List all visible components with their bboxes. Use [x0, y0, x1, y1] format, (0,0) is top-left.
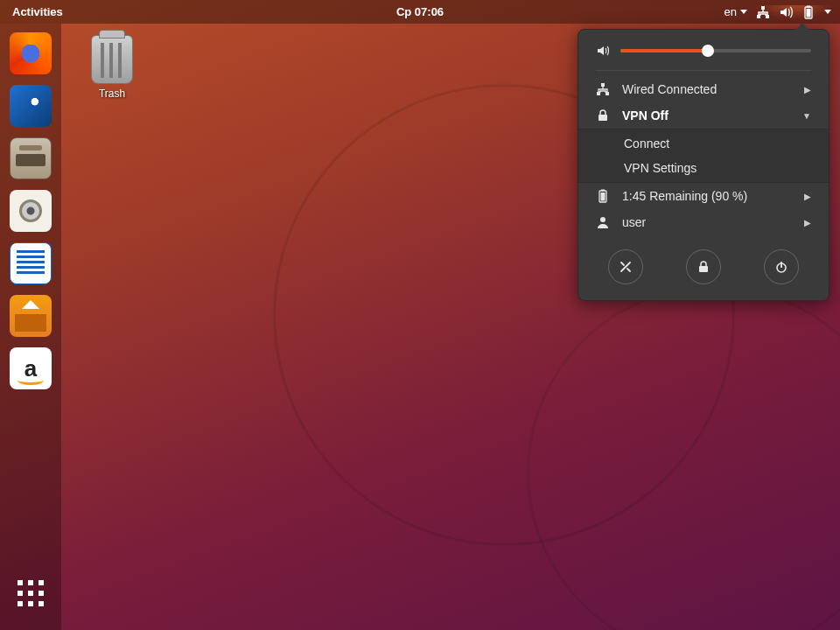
user-icon [596, 215, 610, 229]
chevron-right-icon: ▶ [804, 85, 811, 94]
svg-rect-0 [761, 6, 765, 10]
settings-button[interactable] [608, 249, 643, 284]
lock-icon [596, 108, 610, 122]
menu-item-label: 1:45 Remaining (90 %) [622, 189, 792, 203]
lock-icon [696, 260, 710, 274]
dock-app-amazon[interactable]: a [10, 347, 52, 389]
system-status-area[interactable] [756, 5, 833, 19]
chevron-right-icon: ▶ [804, 192, 811, 201]
keyboard-layout-indicator[interactable]: en [724, 5, 747, 18]
power-icon [774, 260, 788, 274]
chevron-right-icon: ▶ [804, 218, 811, 228]
power-button[interactable] [764, 249, 799, 284]
volume-row [578, 30, 829, 66]
svg-point-13 [600, 217, 606, 222]
dock-app-files[interactable] [10, 137, 52, 179]
svg-rect-6 [601, 83, 605, 87]
show-applications-button[interactable] [10, 572, 52, 614]
network-wired-icon [596, 82, 610, 96]
menu-item-vpn-connect[interactable]: Connect [578, 131, 829, 156]
battery-icon [802, 5, 816, 19]
dock-app-libreoffice-writer[interactable] [10, 242, 52, 284]
svg-rect-4 [807, 5, 810, 7]
lock-button[interactable] [686, 249, 721, 284]
settings-icon [619, 260, 633, 274]
battery-icon [596, 189, 610, 203]
dock-app-ubuntu-software[interactable] [10, 295, 52, 337]
chevron-down-icon [740, 10, 747, 14]
vpn-submenu: Connect VPN Settings [578, 129, 829, 183]
dock-app-rhythmbox[interactable] [10, 190, 52, 232]
chevron-down-icon: ▼ [802, 111, 811, 121]
svg-rect-5 [807, 9, 811, 18]
separator [596, 70, 811, 71]
menu-item-user[interactable]: user ▶ [578, 209, 829, 235]
svg-rect-11 [601, 190, 605, 192]
volume-slider[interactable] [620, 49, 811, 52]
svg-rect-9 [598, 115, 607, 121]
dock-app-thunderbird[interactable] [10, 85, 52, 127]
menu-item-vpn-settings[interactable]: VPN Settings [578, 156, 829, 180]
svg-rect-12 [601, 192, 606, 201]
menu-item-network[interactable]: Wired Connected ▶ [578, 76, 829, 102]
menu-item-vpn[interactable]: VPN Off ▼ [578, 102, 829, 129]
menu-item-label: Wired Connected [622, 82, 792, 96]
svg-rect-14 [699, 266, 708, 272]
volume-icon [596, 44, 610, 58]
network-wired-icon [756, 5, 770, 19]
menu-item-label: user [622, 215, 792, 229]
dock: a [0, 24, 61, 630]
trash-icon [91, 35, 133, 84]
menu-item-battery[interactable]: 1:45 Remaining (90 %) ▶ [578, 183, 829, 209]
desktop-icon-trash[interactable]: Trash [77, 35, 147, 100]
chevron-down-icon [824, 10, 831, 14]
system-actions [578, 235, 829, 300]
language-label: en [724, 5, 737, 18]
volume-icon [779, 5, 793, 19]
top-bar: Activities Ср 07:06 en [0, 0, 840, 24]
desktop-icon-label: Trash [77, 88, 147, 100]
activities-button[interactable]: Activities [7, 5, 68, 18]
dock-app-firefox[interactable] [10, 32, 52, 74]
system-menu-popup: Wired Connected ▶ VPN Off ▼ Connect VPN … [578, 29, 830, 301]
menu-item-label: VPN Off [622, 108, 790, 122]
clock[interactable]: Ср 07:06 [396, 5, 444, 18]
